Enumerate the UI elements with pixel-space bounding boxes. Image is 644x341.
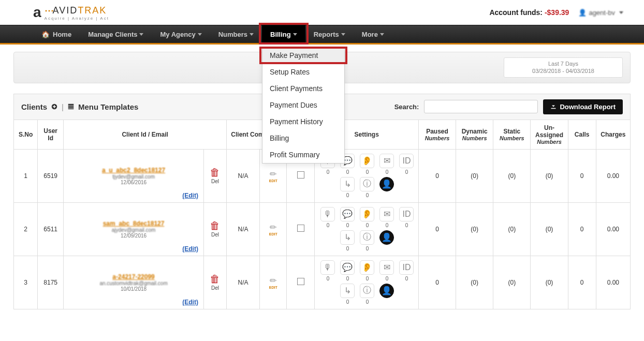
col-paused[interactable]: PausedNumbers [418, 120, 456, 149]
robot-icon[interactable]: ⓘ 0 [358, 177, 376, 198]
col-unassigned[interactable]: Un-AssignedNumbers [531, 120, 568, 149]
chat-icon[interactable]: 💬 0 [339, 207, 356, 228]
ear-icon[interactable]: 👂 0 [358, 207, 376, 228]
col-sno[interactable]: S.No [14, 120, 38, 149]
cell-delete[interactable]: 🗑 Del [203, 256, 226, 309]
person-icon-glyph: 👤 [379, 177, 394, 191]
menu-profit-summary[interactable]: Profit Summary [262, 146, 344, 163]
cell-static[interactable]: (0) [493, 149, 531, 202]
daterange-picker[interactable]: Last 7 Days 03/28/2018 - 04/03/2018 [504, 57, 623, 78]
client-email: an.customvidtrak@gmail.com [67, 280, 200, 286]
cell-unassigned[interactable]: (0) [531, 256, 568, 309]
search-input[interactable] [424, 100, 538, 113]
client-name-link[interactable]: a-24217-22099 [67, 273, 200, 280]
status-checkbox[interactable] [297, 171, 304, 179]
menu-billing[interactable]: Billing [262, 130, 344, 146]
edit-client-link[interactable]: (Edit) [182, 299, 198, 306]
status-checkbox[interactable] [297, 278, 304, 285]
forward-icon[interactable]: ↳ 0 [339, 284, 356, 305]
main-nav: 🏠 Home Manage Clients My Agency Numbers … [0, 25, 644, 45]
edit-client-link[interactable]: (Edit) [182, 245, 198, 253]
callerid-icon[interactable]: ID 0 [398, 207, 415, 228]
cell-static[interactable]: (0) [493, 202, 531, 256]
nav-my-agency[interactable]: My Agency [152, 25, 210, 43]
cell-dynamic[interactable]: (0) [456, 202, 493, 256]
mail-icon[interactable]: ✉ 0 [378, 260, 396, 281]
client-name-link[interactable]: a_u_abc2_8dec18127 [67, 167, 200, 174]
cell-unassigned[interactable]: (0) [531, 202, 568, 256]
menu-client-payments[interactable]: Client Payments [262, 80, 344, 97]
cell-dynamic[interactable]: (0) [456, 149, 493, 202]
del-label: Del [211, 232, 219, 238]
cell-delete[interactable]: 🗑 Del [203, 202, 226, 256]
nav-reports-label: Reports [314, 31, 339, 38]
mic-icon-count: 0 [327, 169, 330, 175]
col-charges[interactable]: Charges [596, 120, 630, 149]
robot-icon[interactable]: ⓘ 0 [358, 284, 376, 305]
mail-icon[interactable]: ✉ 0 [378, 154, 396, 175]
ear-icon[interactable]: 👂 0 [358, 260, 376, 281]
forward-icon[interactable]: ↳ 0 [339, 230, 356, 251]
menu-payment-history[interactable]: Payment History [262, 113, 344, 130]
user-label: agent-bv [589, 9, 615, 17]
col-static[interactable]: StaticNumbers [493, 120, 531, 149]
nav-more[interactable]: More [354, 25, 392, 43]
chevron-down-icon [619, 11, 623, 14]
chat-icon[interactable]: 💬 0 [339, 260, 356, 281]
menu-payment-dues[interactable]: Payment Dues [262, 97, 344, 113]
menu-make-payment[interactable]: Make Payment [262, 47, 344, 64]
edit-client-link[interactable]: (Edit) [182, 192, 198, 199]
status-checkbox[interactable] [297, 225, 304, 232]
mail-icon-glyph: ✉ [379, 207, 394, 221]
pencil-icon: ✎ [267, 221, 279, 233]
callerid-icon[interactable]: ID 0 [398, 154, 415, 175]
del-label: Del [211, 285, 219, 291]
cell-client: sam_abc_8dec18127 ajydev@gmail.com 12/09… [64, 202, 204, 256]
menu-setup-rates[interactable]: Setup Rates [262, 64, 344, 80]
nav-home-label: Home [53, 31, 71, 38]
chevron-down-icon [341, 33, 345, 36]
person-icon[interactable]: 👤 [378, 284, 396, 305]
daterange-value: 03/28/2018 - 04/03/2018 [508, 67, 618, 75]
col-calls[interactable]: Calls [568, 120, 596, 149]
client-name-link[interactable]: sam_abc_8dec18127 [67, 220, 200, 227]
download-report-button[interactable]: Download Report [543, 99, 623, 114]
brand-logo[interactable]: a ⋯AVIDTRAK Acquire | Analyze | Act [33, 5, 109, 21]
cell-dynamic[interactable]: (0) [456, 256, 493, 309]
cell-static[interactable]: (0) [493, 256, 531, 309]
mail-icon[interactable]: ✉ 0 [378, 207, 396, 228]
col-client[interactable]: Client Id / Email [64, 120, 227, 149]
settings-icons: 🎙 0 💬 0 👂 0 ✉ 0 ID 0 ↳ [318, 260, 416, 305]
person-icon[interactable]: 👤 [378, 230, 396, 251]
add-client-icon[interactable] [51, 102, 57, 111]
mic-icon[interactable]: 🎙 0 [319, 207, 336, 228]
nav-billing[interactable]: Billing Make Payment Setup Rates Client … [262, 25, 305, 43]
download-icon [550, 103, 557, 111]
person-icon[interactable]: 👤 [378, 177, 396, 198]
clients-heading: Clients [21, 102, 47, 111]
cell-edit[interactable]: ✎ EDIT [260, 256, 287, 309]
search-label: Search: [394, 103, 419, 111]
nav-numbers[interactable]: Numbers [210, 25, 262, 43]
user-menu[interactable]: 👤 agent-bv [578, 9, 623, 17]
mail-icon-count: 0 [386, 223, 389, 228]
nav-reports[interactable]: Reports [305, 25, 354, 43]
logo-mark: a [33, 5, 41, 20]
nav-manage-clients[interactable]: Manage Clients [80, 25, 152, 43]
robot-icon[interactable]: ⓘ 0 [358, 230, 376, 251]
cell-unassigned[interactable]: (0) [531, 149, 568, 202]
callerid-icon[interactable]: ID 0 [398, 260, 415, 281]
cell-delete[interactable]: 🗑 Del [203, 149, 226, 202]
col-dynamic[interactable]: DynamicNumbers [456, 120, 493, 149]
forward-icon[interactable]: ↳ 0 [339, 177, 356, 198]
cell-edit[interactable]: ✎ EDIT [260, 202, 287, 256]
user-icon: 👤 [578, 9, 587, 17]
col-user-id[interactable]: User Id [38, 120, 64, 149]
nav-home[interactable]: 🏠 Home [33, 25, 80, 43]
ear-icon[interactable]: 👂 0 [358, 154, 376, 175]
chat-icon-glyph: 💬 [340, 260, 355, 275]
robot-icon-glyph: ⓘ [360, 230, 374, 245]
mic-icon[interactable]: 🎙 0 [319, 260, 336, 281]
cell-user-id: 6511 [38, 202, 64, 256]
cell-paused: 0 [418, 202, 456, 256]
